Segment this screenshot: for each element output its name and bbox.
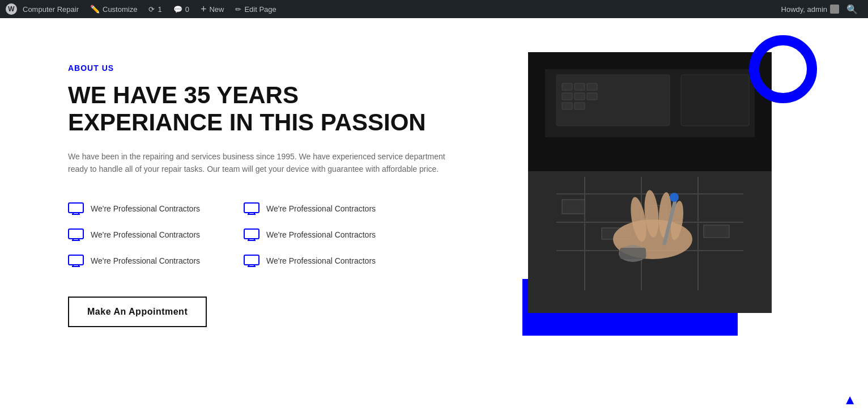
customize-icon: ✏️ <box>90 5 100 14</box>
monitor-icon-2 <box>244 202 259 215</box>
admin-bar-right: Howdy, admin 🔍 <box>781 4 862 15</box>
monitor-icon-5 <box>68 255 84 267</box>
page-content: ABOUT US WE HAVE 35 YEARS EXPERIANCE IN … <box>0 18 868 419</box>
edit-page-label: Edit Page <box>244 5 276 14</box>
monitor-icon-6 <box>244 255 259 267</box>
appointment-button[interactable]: Make An Appointment <box>68 297 207 327</box>
site-name-link[interactable]: Computer Repair <box>17 0 84 18</box>
feature-item-6: We're Professional Contractors <box>244 248 419 274</box>
feature-item-1: We're Professional Contractors <box>68 196 244 222</box>
svg-rect-56 <box>575 103 585 109</box>
edit-icon: ✏ <box>235 5 241 14</box>
svg-rect-51 <box>587 83 597 90</box>
svg-rect-12 <box>244 229 259 239</box>
features-grid: We're Professional Contractors We're Pro… <box>68 196 419 274</box>
svg-rect-52 <box>562 93 572 100</box>
comments-count: 0 <box>185 5 189 14</box>
updates-icon: ⟳ <box>148 5 155 14</box>
new-label: New <box>209 5 224 14</box>
monitor-icon-1 <box>68 202 84 215</box>
feature-item-2: We're Professional Contractors <box>244 196 419 222</box>
feature-text-4: We're Professional Contractors <box>266 230 376 239</box>
svg-point-42 <box>670 193 679 202</box>
site-name-label: Computer Repair <box>23 5 79 14</box>
feature-text-1: We're Professional Contractors <box>91 204 200 213</box>
feature-text-2: We're Professional Contractors <box>266 204 376 213</box>
image-overlay <box>528 52 772 313</box>
comments-link[interactable]: 💬 0 <box>168 0 195 18</box>
admin-avatar[interactable] <box>830 5 839 14</box>
plus-icon: + <box>201 3 207 15</box>
repair-image <box>528 52 772 313</box>
new-link[interactable]: + New <box>195 0 230 18</box>
scroll-arrow-icon[interactable]: ▲ <box>843 392 857 408</box>
admin-bar: Computer Repair ✏️ Customize ⟳ 1 💬 0 + N… <box>0 0 868 18</box>
left-section: ABOUT US WE HAVE 35 YEARS EXPERIANCE IN … <box>68 64 494 327</box>
feature-text-5: We're Professional Contractors <box>91 256 200 265</box>
updates-link[interactable]: ⟳ 1 <box>143 0 167 18</box>
updates-count: 1 <box>158 5 161 14</box>
svg-rect-4 <box>244 203 259 213</box>
svg-rect-20 <box>244 255 259 265</box>
main-heading: WE HAVE 35 YEARS EXPERIANCE IN THIS PASS… <box>68 82 453 137</box>
comments-icon: 💬 <box>173 5 182 14</box>
feature-item-3: We're Professional Contractors <box>68 222 244 248</box>
svg-rect-8 <box>69 229 83 239</box>
feature-item-4: We're Professional Contractors <box>244 222 419 248</box>
content-wrapper: ABOUT US WE HAVE 35 YEARS EXPERIANCE IN … <box>68 64 800 327</box>
svg-rect-16 <box>69 255 83 265</box>
monitor-icon-4 <box>244 228 259 241</box>
monitor-icon-3 <box>68 228 84 241</box>
right-section <box>528 52 800 313</box>
feature-item-5: We're Professional Contractors <box>68 248 244 274</box>
description-text: We have been in the repairing and servic… <box>68 150 453 176</box>
svg-rect-48 <box>681 75 749 126</box>
svg-rect-53 <box>575 93 585 100</box>
customize-label: Customize <box>103 5 137 14</box>
svg-rect-44 <box>620 248 646 259</box>
svg-rect-54 <box>587 93 597 100</box>
customize-link[interactable]: ✏️ Customize <box>84 0 143 18</box>
svg-rect-35 <box>704 225 729 238</box>
edit-page-link[interactable]: ✏ Edit Page <box>229 0 282 18</box>
wordpress-logo-icon[interactable] <box>6 3 17 15</box>
search-icon[interactable]: 🔍 <box>842 4 862 15</box>
about-label: ABOUT US <box>68 64 494 73</box>
feature-text-6: We're Professional Contractors <box>266 256 376 265</box>
svg-rect-32 <box>562 200 585 214</box>
howdy-text: Howdy, admin <box>781 5 827 14</box>
svg-rect-55 <box>562 103 572 109</box>
svg-rect-47 <box>556 75 670 126</box>
feature-text-3: We're Professional Contractors <box>91 230 200 239</box>
blue-circle-decoration <box>749 35 817 103</box>
svg-rect-49 <box>562 83 572 90</box>
repair-scene-svg <box>528 52 772 313</box>
svg-rect-0 <box>69 203 83 213</box>
svg-rect-50 <box>575 83 585 90</box>
